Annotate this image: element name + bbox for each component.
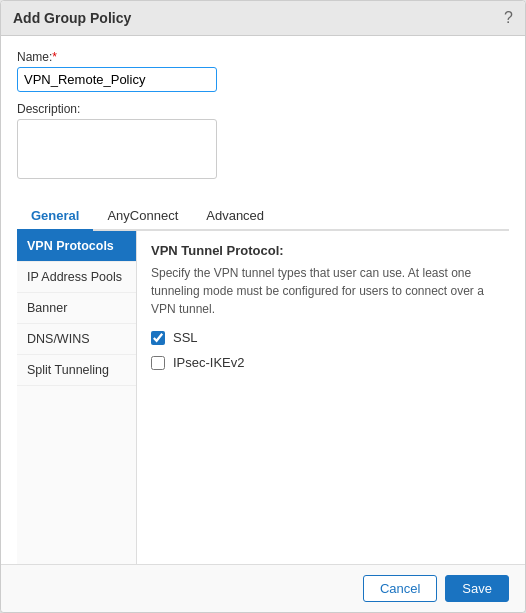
ipsec-ikev2-checkbox[interactable]: [151, 356, 165, 370]
description-label: Description:: [17, 102, 509, 116]
vpn-protocol-section-title: VPN Tunnel Protocol:: [151, 243, 495, 258]
ssl-checkbox-row: SSL: [151, 330, 495, 345]
name-label: Name:*: [17, 50, 509, 64]
tab-anyconnect[interactable]: AnyConnect: [93, 202, 192, 231]
ssl-checkbox[interactable]: [151, 331, 165, 345]
right-content: VPN Tunnel Protocol: Specify the VPN tun…: [137, 231, 509, 564]
dialog-footer: Cancel Save: [1, 564, 525, 612]
name-required: *: [52, 50, 57, 64]
dialog-header: Add Group Policy ?: [1, 1, 525, 36]
name-input[interactable]: [17, 67, 217, 92]
vpn-protocol-description: Specify the VPN tunnel types that user c…: [151, 264, 495, 318]
nav-item-split-tunneling[interactable]: Split Tunneling: [17, 355, 136, 386]
help-icon[interactable]: ?: [504, 9, 513, 27]
ipsec-label: IPsec-IKEv2: [173, 355, 245, 370]
ipsec-checkbox-row: IPsec-IKEv2: [151, 355, 495, 370]
tabs-bar: General AnyConnect Advanced: [17, 202, 509, 231]
cancel-button[interactable]: Cancel: [363, 575, 437, 602]
description-field-group: Description:: [17, 102, 509, 182]
tab-advanced[interactable]: Advanced: [192, 202, 278, 231]
left-nav: VPN Protocols IP Address Pools Banner DN…: [17, 231, 137, 564]
dialog-title: Add Group Policy: [13, 10, 131, 26]
nav-item-vpn-protocols[interactable]: VPN Protocols: [17, 231, 136, 262]
nav-item-banner[interactable]: Banner: [17, 293, 136, 324]
tab-content: VPN Protocols IP Address Pools Banner DN…: [17, 231, 509, 564]
ssl-label: SSL: [173, 330, 198, 345]
save-button[interactable]: Save: [445, 575, 509, 602]
description-input[interactable]: [17, 119, 217, 179]
dialog-body: Name:* Description: General AnyConnect A…: [1, 36, 525, 564]
add-group-policy-dialog: Add Group Policy ? Name:* Description: G…: [0, 0, 526, 613]
nav-item-ip-address-pools[interactable]: IP Address Pools: [17, 262, 136, 293]
name-field-group: Name:*: [17, 50, 509, 92]
tab-general[interactable]: General: [17, 202, 93, 231]
nav-item-dns-wins[interactable]: DNS/WINS: [17, 324, 136, 355]
